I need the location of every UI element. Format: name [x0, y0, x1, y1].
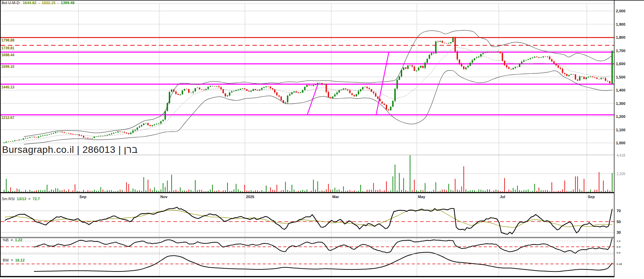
volume-tick-label: 4,418 — [617, 154, 625, 157]
bollinger-label-prefix: Bol U-M-D: — [2, 1, 20, 5]
price-tick-label: 1,800 — [616, 35, 626, 39]
bollinger-middle-value: 1522.15 — [42, 1, 55, 5]
price-tick-label: 1,000 — [616, 141, 626, 145]
rsi-tick-label: 50 — [617, 220, 621, 224]
percent-b-label-eq: = — [11, 238, 13, 242]
bollinger-indicator-label: Bol U-M-D: 1644.82 - 1522.15 - 1399.48 — [2, 1, 74, 5]
rsi-label-params: 13/13 — [17, 197, 26, 201]
rsi-panel[interactable] — [1, 193, 614, 238]
bw-indicator-label: BW = 16.12 — [3, 258, 25, 262]
chart-canvas: 2,0001,9001,8001,7001,6001,5001,4001,300… — [0, 0, 644, 279]
price-tick-label: 1,600 — [616, 62, 626, 66]
price-tick-label: 2,000 — [616, 9, 626, 13]
bw-tick-label: 0.28 — [617, 263, 622, 266]
rsi-value: 72.7 — [33, 197, 40, 201]
rsi-label-eq: = — [28, 197, 30, 201]
rsi-label-name: Sm.RSI — [2, 197, 15, 201]
price-panel[interactable] — [1, 3, 614, 155]
bollinger-separator: - — [58, 1, 59, 5]
percent-b-tick-label: 1.0 — [617, 240, 621, 243]
bursagraph-chart-screen: 2,0001,9001,8001,7001,6001,5001,4001,300… — [0, 0, 644, 279]
price-tick-label: 1,500 — [616, 75, 626, 79]
percent-b-panel[interactable] — [1, 238, 614, 254]
bollinger-lower-value: 1399.48 — [61, 1, 75, 5]
bw-panel[interactable] — [1, 254, 614, 277]
bw-value: 16.12 — [15, 258, 25, 262]
percent-b-value: 1.22 — [15, 238, 22, 242]
price-tick-label: 1,200 — [616, 114, 626, 119]
price-tick-label: 1,100 — [616, 128, 626, 132]
percent-b-tick-label: 0.0 — [617, 251, 621, 254]
rsi-tick-label: 30 — [617, 230, 621, 234]
volume-tick-label: 2,209 — [617, 172, 625, 176]
rsi-tick-label: 70 — [617, 209, 621, 213]
percent-b-tick-label: 0.5 — [617, 245, 621, 248]
bollinger-upper-value: 1644.82 — [23, 1, 36, 5]
price-tick-label: 1,300 — [616, 101, 626, 106]
bw-label-name: BW — [3, 258, 9, 262]
percent-b-indicator-label: %B = 1.22 — [3, 238, 22, 242]
watermark: Bursagraph.co.il | 286013 | ברן — [2, 144, 138, 155]
percent-b-label-name: %B — [3, 238, 9, 242]
bw-label-eq: = — [11, 258, 13, 262]
price-tick-label: 1,900 — [616, 22, 626, 26]
volume-panel[interactable] — [1, 155, 614, 193]
price-tick-label: 1,400 — [616, 88, 626, 92]
price-tick-label: 1,700 — [616, 49, 626, 53]
bollinger-separator: - — [38, 1, 40, 5]
rsi-indicator-label: Sm.RSI 13/13 = 72.7 — [2, 197, 40, 201]
